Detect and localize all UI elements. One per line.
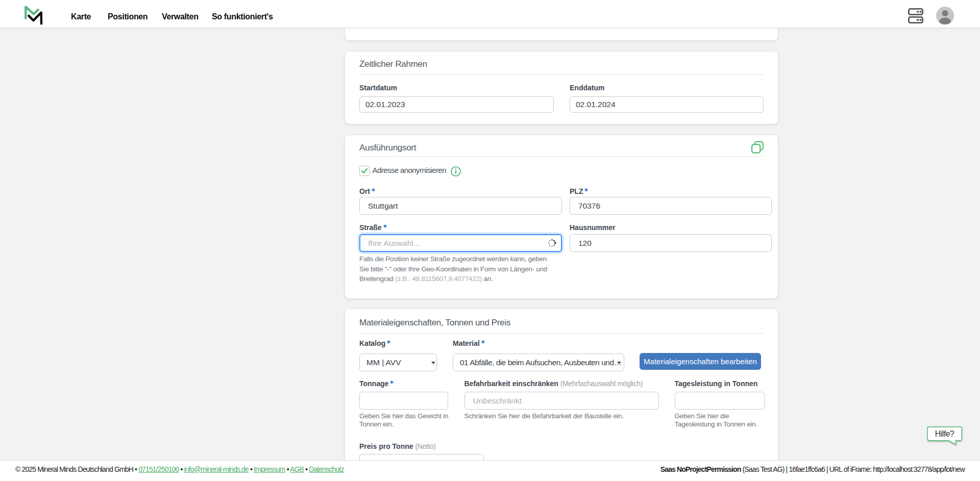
svg-text:Hilfe?: Hilfe? xyxy=(935,429,954,438)
